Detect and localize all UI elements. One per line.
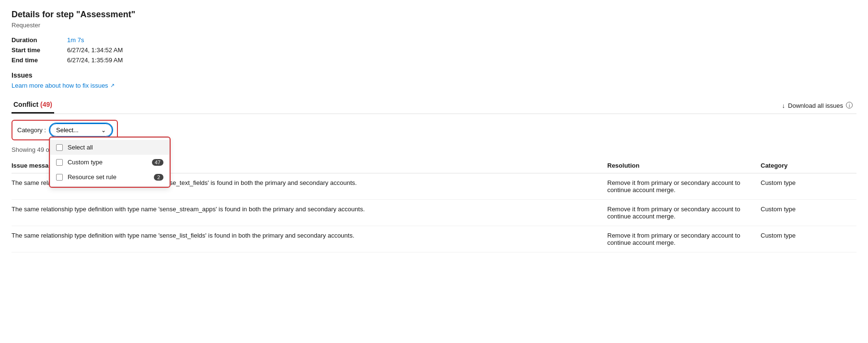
download-label: Download all issues [788, 102, 843, 109]
dropdown-placeholder: Select... [56, 126, 79, 134]
external-link-icon: ↗ [110, 82, 115, 89]
tab-conflict[interactable]: Conflict(49) [12, 97, 54, 114]
checkbox-select-all[interactable] [56, 144, 63, 151]
checkbox-resource-set-rule[interactable] [56, 174, 63, 181]
start-label: Start time [12, 46, 59, 54]
end-value: 6/27/24, 1:35:59 AM [67, 57, 856, 64]
table-row: The same relationship type definition wi… [12, 200, 856, 226]
row2-message: The same relationship type definition wi… [12, 206, 607, 213]
col-header-category: Category [761, 162, 856, 169]
dropdown-item-select-all[interactable]: Select all [50, 140, 169, 155]
chevron-down-icon: ⌄ [101, 127, 106, 134]
duration-value: 1m 7s [67, 36, 856, 44]
dropdown-item-resource-set-rule[interactable]: Resource set rule 2 [50, 170, 169, 184]
row3-resolution: Remove it from primary or secondary acco… [607, 232, 761, 246]
dropdown-item-custom-type[interactable]: Custom type 47 [50, 155, 169, 170]
row3-message: The same relationship type definition wi… [12, 232, 607, 239]
learn-more-link[interactable]: Learn more about how to fix issues ↗ [12, 82, 115, 89]
checkbox-custom-type[interactable] [56, 159, 63, 166]
table-row: The same relationship type definition wi… [12, 226, 856, 252]
custom-type-label: Custom type [68, 159, 103, 166]
category-dropdown-btn[interactable]: Select... ⌄ [50, 124, 112, 137]
download-all-button[interactable]: ↓ Download all issues i [778, 100, 856, 111]
issues-heading: Issues [12, 71, 856, 79]
category-dropdown-container: Select... ⌄ Select all Custom type 47 [50, 124, 112, 137]
col-header-resolution: Resolution [607, 162, 761, 169]
resource-set-rule-badge: 2 [154, 174, 163, 181]
end-label: End time [12, 57, 59, 64]
row2-category: Custom type [761, 206, 856, 213]
custom-type-badge: 47 [152, 159, 163, 166]
row1-category: Custom type [761, 179, 856, 186]
page-title: Details for step "Assessment" [12, 10, 856, 20]
row2-resolution: Remove it from primary or secondary acco… [607, 206, 761, 220]
select-all-label: Select all [68, 144, 93, 151]
tab-conflict-count: (49) [40, 101, 52, 108]
filter-category-label: Category : [17, 126, 46, 134]
tab-conflict-label: Conflict [13, 101, 38, 108]
dropdown-menu: Select all Custom type 47 Resource set r… [50, 137, 170, 187]
resource-set-rule-label: Resource set rule [68, 173, 116, 181]
row3-category: Custom type [761, 232, 856, 239]
page-subtitle: Requester [12, 22, 856, 29]
learn-more-text: Learn more about how to fix issues [12, 82, 108, 89]
start-value: 6/27/24, 1:34:52 AM [67, 46, 856, 54]
download-icon: ↓ [782, 102, 786, 109]
info-icon: i [846, 102, 853, 109]
duration-label: Duration [12, 36, 59, 44]
row1-resolution: Remove it from primary or secondary acco… [607, 179, 761, 194]
